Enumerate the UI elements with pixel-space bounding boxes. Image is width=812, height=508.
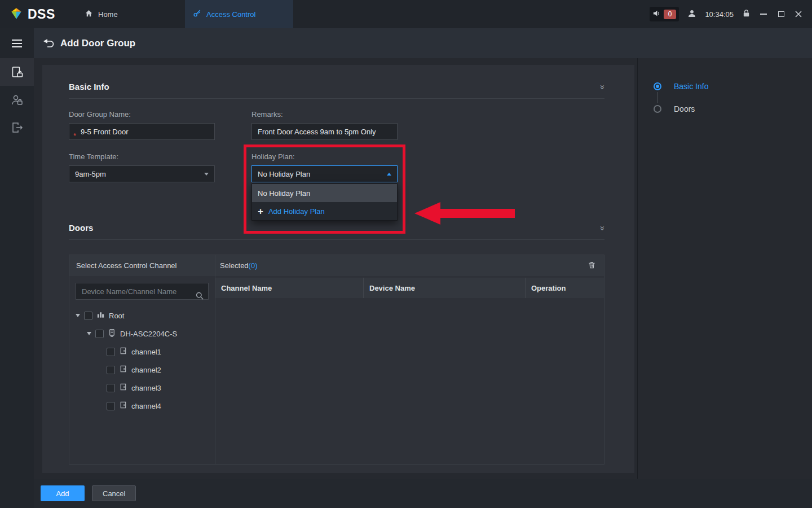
remarks-label: Remarks:: [251, 110, 398, 119]
dss-logo-icon: [9, 6, 24, 23]
selected-label: Selected(0): [220, 261, 257, 270]
lock-icon[interactable]: [742, 9, 751, 19]
menu-toggle[interactable]: [0, 28, 34, 58]
device-checkbox[interactable]: [95, 330, 104, 338]
alarm-count-badge: 0: [664, 10, 677, 19]
close-button[interactable]: [794, 10, 803, 19]
dropdown-option-add-holiday-plan[interactable]: + Add Holiday Plan: [252, 202, 397, 220]
tree-node-channel[interactable]: channel1: [76, 343, 215, 361]
speaker-icon: [652, 9, 661, 19]
holiday-plan-select[interactable]: No Holiday Plan: [251, 165, 398, 182]
column-channel-name: Channel Name: [215, 278, 363, 298]
person-lock-icon: [10, 93, 24, 107]
tree-node-channel[interactable]: channel3: [76, 379, 215, 397]
channel-tree-title: Select Access Control Channel: [76, 261, 176, 270]
channel-tree-panel: Select Access Control Channel: [69, 255, 215, 464]
doors-title: Doors: [69, 223, 93, 233]
tab-access-control-label: Access Control: [206, 10, 255, 19]
holiday-plan-label: Holiday Plan:: [251, 152, 398, 161]
step-basic-info[interactable]: Basic Info: [654, 81, 812, 92]
door-group-name-field: Door Group Name: *: [69, 110, 215, 140]
device-icon: [108, 329, 116, 339]
basic-info-form: Door Group Name: * Remarks: Time Templat…: [69, 110, 604, 182]
channel-tree-header: Select Access Control Channel: [69, 255, 215, 276]
door-group-name-input[interactable]: [69, 123, 215, 140]
channel-checkbox[interactable]: [107, 348, 115, 356]
basic-info-section-header: Basic Info »: [69, 82, 604, 91]
channel-checkbox[interactable]: [107, 402, 115, 410]
collapse-chevron-icon[interactable]: »: [598, 226, 607, 229]
back-button[interactable]: [43, 38, 55, 49]
main-content: Basic Info » Door Group Name: * Remarks:: [34, 58, 637, 479]
clear-selected-icon[interactable]: [588, 261, 596, 271]
back-icon: [43, 38, 55, 49]
clock: 10:34:05: [705, 10, 734, 19]
tree-node-device[interactable]: DH-ASC2204C-S: [76, 325, 215, 343]
holiday-plan-value: No Holiday Plan: [258, 170, 310, 178]
dropdown-option-no-holiday-plan[interactable]: No Holiday Plan: [252, 184, 397, 202]
holiday-plan-field: Holiday Plan: No Holiday Plan No Holiday…: [251, 152, 398, 182]
minimize-icon: [760, 14, 767, 15]
tab-access-control[interactable]: Access Control: [185, 0, 293, 28]
chevron-up-icon: [387, 173, 391, 176]
tab-home[interactable]: Home: [77, 0, 185, 28]
search-input[interactable]: [76, 283, 209, 300]
expand-triangle-icon[interactable]: [76, 314, 80, 317]
selected-count: (0): [249, 261, 258, 270]
add-door-group-panel: Basic Info » Door Group Name: * Remarks:: [42, 65, 634, 473]
divider: [69, 98, 604, 99]
sidebar-item-door-group[interactable]: [0, 58, 34, 86]
door-exit-icon: [10, 121, 24, 134]
door-channel-picker: Select Access Control Channel: [69, 255, 604, 465]
step-navigator: Basic Info Doors: [637, 58, 812, 479]
channel-checkbox[interactable]: [107, 366, 115, 374]
collapse-chevron-icon[interactable]: »: [598, 85, 607, 88]
doors-section-header: Doors »: [69, 223, 604, 233]
titlebar-right: 0 10:34:05: [650, 0, 812, 28]
column-operation: Operation: [525, 278, 604, 298]
sidebar-item-door-exit[interactable]: [0, 113, 34, 141]
time-template-label: Time Template:: [69, 152, 215, 161]
selected-header: Selected(0): [215, 255, 604, 276]
door-group-name-label: Door Group Name:: [69, 110, 215, 119]
selected-table-header: Channel Name Device Name Operation: [215, 278, 604, 298]
dss-logo: DSS: [0, 0, 77, 28]
tree-node-channel[interactable]: channel2: [76, 361, 215, 379]
tree-node-channel[interactable]: channel4: [76, 397, 215, 415]
sidebar-item-person-lock[interactable]: [0, 86, 34, 113]
door-channel-icon: [119, 365, 127, 375]
action-bar: Add Cancel: [34, 479, 812, 508]
root-checkbox[interactable]: [84, 312, 92, 320]
search-icon[interactable]: [195, 291, 204, 302]
door-channel-icon: [119, 383, 127, 393]
titlebar: DSS Home Access Control 0: [0, 0, 812, 28]
cancel-button[interactable]: Cancel: [92, 485, 136, 501]
door-channel-icon: [119, 347, 127, 357]
step-doors[interactable]: Doors: [654, 103, 812, 115]
maximize-button[interactable]: [776, 10, 785, 19]
user-icon[interactable]: [687, 9, 696, 20]
remarks-input[interactable]: [251, 123, 398, 140]
plus-icon: +: [258, 207, 263, 216]
minimize-button[interactable]: [759, 10, 768, 19]
expand-triangle-icon[interactable]: [87, 332, 91, 335]
column-device-name: Device Name: [363, 278, 525, 298]
selected-channels-panel: Selected(0) Channel Name Device Name Ope…: [215, 255, 604, 464]
search-row: [69, 276, 215, 301]
basic-info-title: Basic Info: [69, 82, 109, 91]
add-button[interactable]: Add: [41, 485, 85, 501]
page-title: Add Door Group: [60, 38, 135, 49]
key-icon: [193, 9, 201, 19]
step-connector-line: [657, 92, 657, 103]
channel-checkbox[interactable]: [107, 384, 115, 392]
time-template-select[interactable]: 9am-5pm: [69, 165, 215, 182]
sound-button[interactable]: 0: [650, 7, 679, 21]
hamburger-icon: [12, 40, 22, 47]
tab-home-label: Home: [98, 10, 118, 19]
time-template-field: Time Template: 9am-5pm: [69, 152, 215, 182]
door-channel-icon: [119, 401, 127, 411]
tree-node-label: DH-ASC2204C-S: [120, 330, 177, 338]
option-label: No Holiday Plan: [258, 189, 310, 198]
tree-node-root[interactable]: Root: [76, 306, 215, 325]
step-label: Basic Info: [674, 82, 708, 91]
